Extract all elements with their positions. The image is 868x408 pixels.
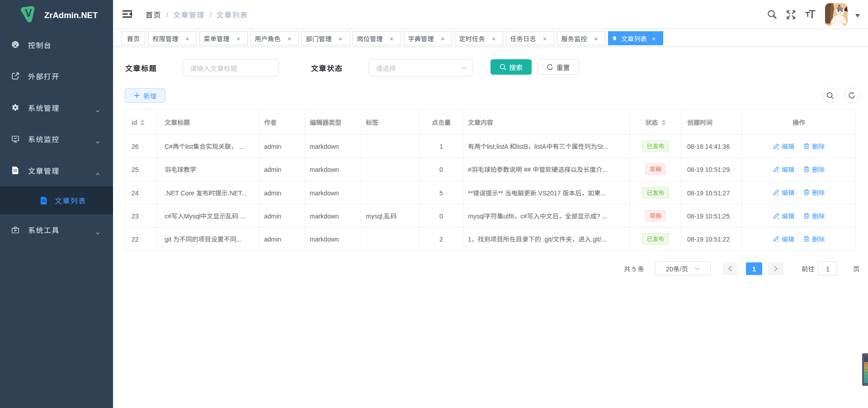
svg-text:V: V xyxy=(25,7,32,19)
